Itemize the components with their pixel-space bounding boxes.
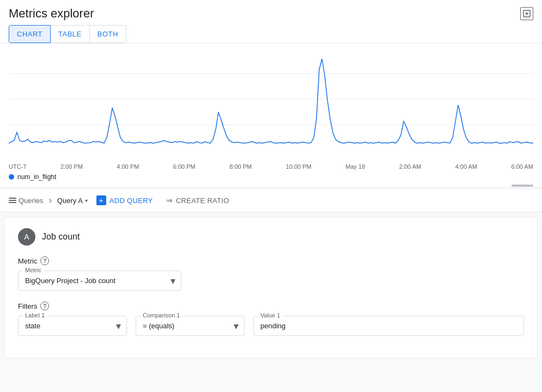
x-label-9: 6:00 AM (511, 163, 533, 170)
breadcrumb-separator: › (49, 195, 52, 205)
metric-section: Metric ? Metric BigQuery Project - Job c… (18, 256, 524, 291)
filters-label-text: Filters (18, 302, 37, 310)
x-label-3: 6:00 PM (173, 163, 196, 170)
x-label-7: 2:00 AM (399, 163, 421, 170)
value1-outline-label: Value 1 (258, 312, 283, 318)
label1-select[interactable]: Label 1 state ▾ (18, 316, 127, 336)
tabs-bar: CHART TABLE BOTH (0, 25, 542, 44)
add-icon: + (96, 195, 106, 205)
x-label-0: UTC-7 (9, 163, 26, 170)
value1-input[interactable]: Value 1 pending (253, 316, 524, 336)
metric-field-outline-label: Metric (23, 267, 44, 273)
comparison1-value: = (equals) (143, 322, 174, 330)
info-icon[interactable] (520, 7, 533, 20)
query-selector[interactable]: Query A ▾ (57, 197, 88, 205)
x-label-6: May 18 (345, 163, 365, 170)
tab-both[interactable]: BOTH (90, 25, 126, 43)
chart-svg (9, 48, 533, 151)
label1-dropdown-arrow-icon: ▾ (116, 320, 121, 332)
query-panel-header: A Job count (18, 228, 524, 246)
chevron-down-icon: ▾ (85, 198, 88, 204)
create-ratio-label: CREATE RATIO (176, 197, 229, 205)
metric-dropdown-arrow-icon: ▾ (170, 275, 175, 287)
x-label-8: 4:00 AM (455, 163, 477, 170)
comparison1-dropdown-arrow-icon: ▾ (234, 320, 239, 332)
legend-label: num_in_flight (17, 173, 56, 181)
avatar-letter: A (24, 232, 29, 241)
legend-dot (9, 174, 14, 180)
filters-section-label: Filters ? (18, 302, 524, 310)
metric-label-text: Metric (18, 257, 37, 265)
scrollbar-indicator (511, 185, 533, 187)
job-count-label: Job count (42, 232, 80, 242)
queries-menu-button[interactable]: Queries (9, 197, 44, 205)
filters-section: Filters ? Label 1 state ▾ Comparison 1 =… (18, 302, 524, 336)
filters-help-icon[interactable]: ? (40, 302, 49, 310)
query-avatar: A (18, 228, 35, 246)
metric-value: BigQuery Project - Job count (25, 277, 115, 285)
comparison1-outline-label: Comparison 1 (141, 312, 182, 318)
query-panel: A Job count Metric ? Metric BigQuery Pro… (4, 217, 538, 358)
metric-help-icon[interactable]: ? (40, 256, 49, 265)
add-query-button[interactable]: + ADD QUERY (92, 193, 157, 207)
chart-area (0, 48, 542, 162)
tab-table[interactable]: TABLE (51, 25, 90, 43)
filters-row: Label 1 state ▾ Comparison 1 = (equals) … (18, 316, 524, 336)
x-label-5: 10:00 PM (286, 163, 312, 170)
tab-chart[interactable]: CHART (9, 25, 51, 43)
metric-select[interactable]: Metric BigQuery Project - Job count ▾ (18, 271, 181, 291)
label1-outline-label: Label 1 (23, 312, 47, 318)
metric-section-label: Metric ? (18, 256, 524, 265)
chart-x-labels: UTC-7 2:00 PM 4:00 PM 6:00 PM 8:00 PM 10… (0, 163, 542, 170)
x-label-1: 2:00 PM (60, 163, 83, 170)
chart-legend: num_in_flight (0, 170, 542, 186)
add-query-label: ADD QUERY (109, 197, 153, 205)
value1-value: pending (260, 322, 285, 330)
create-ratio-button[interactable]: ⇒ CREATE RATIO (162, 194, 234, 207)
query-selector-label: Query A (57, 197, 83, 205)
ratio-arrow-icon: ⇒ (166, 196, 173, 205)
chart-section: UTC-7 2:00 PM 4:00 PM 6:00 PM 8:00 PM 10… (0, 44, 542, 186)
query-bar: Queries › Query A ▾ + ADD QUERY ⇒ CREATE… (0, 188, 542, 212)
page-header: Metrics explorer (0, 0, 542, 25)
queries-label-text: Queries (19, 197, 44, 205)
label1-value: state (25, 322, 40, 330)
comparison1-select[interactable]: Comparison 1 = (equals) ▾ (136, 316, 245, 336)
page-title: Metrics explorer (9, 7, 94, 21)
x-label-2: 4:00 PM (117, 163, 139, 170)
menu-icon (9, 198, 16, 203)
x-label-4: 8:00 PM (229, 163, 252, 170)
